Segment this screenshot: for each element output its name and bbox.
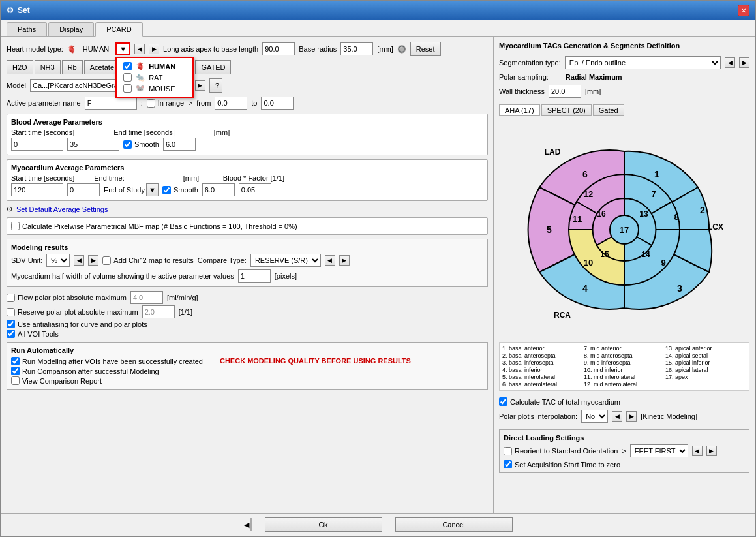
calc-tac-checkbox[interactable]	[499, 397, 507, 406]
myo-smooth-checkbox[interactable]	[162, 186, 171, 194]
heart-model-option-human[interactable]: 🫀 HUMAN	[119, 61, 190, 72]
compare-select[interactable]: RESERVE (S/R)	[250, 254, 321, 267]
reserve-polar-label[interactable]: Reserve polar plot absolute maximum	[7, 308, 138, 316]
tracer-gated[interactable]: GATED	[195, 60, 231, 74]
flow-polar-checkbox[interactable]	[7, 294, 15, 302]
calc-tac-row: Calculate TAC of total myocardium	[499, 397, 749, 406]
sdv-prev-btn[interactable]: ◀	[74, 255, 84, 266]
colon-sep: :	[141, 99, 143, 107]
to-value-input[interactable]	[261, 97, 294, 110]
blood-start-input[interactable]	[11, 138, 63, 151]
feet-first-select[interactable]: FEET FIRST	[630, 444, 688, 457]
long-axis-input[interactable]	[262, 42, 295, 55]
aha-tab[interactable]: AHA (17)	[499, 104, 540, 116]
heart-model-row: Heart model type: 🫀 HUMAN ▼ 🫀 HUMAN 🐀 RA…	[7, 42, 488, 56]
tracer-nh3[interactable]: NH3	[35, 60, 61, 74]
in-range-checkbox[interactable]	[147, 99, 155, 108]
calc-tac-text: Calculate TAC of total myocardium	[510, 398, 620, 406]
run-modeling-checkbox[interactable]	[11, 357, 20, 365]
ok-button[interactable]: Ok	[265, 517, 382, 532]
heart-model-option-mouse[interactable]: 🐭 MOUSE	[119, 83, 190, 94]
blood-smooth-checkbox[interactable]	[123, 140, 132, 149]
active-param-input[interactable]	[85, 97, 137, 110]
from-value-input[interactable]	[215, 97, 247, 110]
myo-alt-input[interactable]	[67, 183, 100, 196]
polar-interp-select[interactable]: No	[581, 410, 608, 423]
heart-model-dropdown-btn[interactable]: ▼	[115, 42, 130, 55]
seg-prev-btn[interactable]: ◀	[725, 57, 735, 68]
tab-pcard[interactable]: PCARD	[95, 22, 143, 37]
calc-pixelwise-section: Calculate Pixelwise Parametrical MBF map…	[7, 217, 488, 235]
segmentation-select[interactable]: Epi / Endo outline	[565, 56, 721, 69]
calc-tac-label[interactable]: Calculate TAC of total myocardium	[499, 397, 620, 406]
set-acquisition-text: Set Acquisition Start Time to zero	[515, 461, 620, 468]
set-acquisition-checkbox[interactable]	[504, 460, 512, 468]
reorient-checkbox[interactable]	[504, 447, 512, 455]
reserve-polar-checkbox[interactable]	[7, 308, 15, 316]
model-help-btn[interactable]: ?	[209, 78, 222, 93]
run-modeling-label[interactable]: Run Modeling after VOIs have been succes…	[11, 357, 203, 365]
blood-end-input[interactable]	[67, 138, 119, 151]
view-report-label[interactable]: View Comparison Report	[11, 376, 203, 385]
feet-prev-btn[interactable]: ◀	[692, 446, 703, 456]
view-report-checkbox[interactable]	[11, 376, 20, 385]
all-voi-checkbox[interactable]	[7, 330, 15, 338]
set-acquisition-label[interactable]: Set Acquisition Start Time to zero	[504, 460, 745, 468]
tracer-rb[interactable]: Rb	[62, 60, 83, 74]
seg8-label: 8	[674, 212, 678, 222]
add-chi2-label[interactable]: Add Chi^2 map to results	[102, 256, 194, 265]
flow-polar-input[interactable]	[130, 291, 163, 304]
reserve-polar-unit: [1/1]	[179, 308, 192, 316]
flow-polar-label[interactable]: Flow polar plot absolute maximum	[7, 294, 127, 302]
next-model-btn[interactable]: ▶	[149, 44, 159, 54]
half-width-label: Myocardium half width of volume showing …	[11, 272, 234, 280]
spect-tab[interactable]: SPECT (20)	[541, 104, 592, 116]
reserve-polar-input[interactable]	[142, 305, 175, 318]
set-default-link[interactable]: Set Default Average Settings	[16, 206, 108, 213]
tab-paths[interactable]: Paths	[7, 22, 47, 36]
end-study-dropdown[interactable]: End of Study ▼	[104, 183, 159, 196]
myo-smooth-label[interactable]: Smooth	[162, 186, 198, 194]
tracer-acetate[interactable]: Acetate	[84, 60, 120, 74]
compare-next-btn[interactable]: ▶	[339, 255, 350, 266]
reorient-label[interactable]: Reorient to Standard Orientation	[504, 447, 618, 455]
tracer-h2o[interactable]: H2O	[7, 60, 33, 74]
sdv-select[interactable]: %	[46, 254, 70, 267]
run-comparison-checkbox[interactable]	[11, 367, 20, 375]
heart-model-dropdown[interactable]: ▼ 🫀 HUMAN 🐀 RAT 🐭 MOUSE	[115, 42, 130, 55]
feet-next-btn[interactable]: ▶	[706, 446, 717, 456]
cancel-button[interactable]: Cancel	[395, 517, 513, 532]
antialiasing-checkbox[interactable]	[7, 320, 15, 328]
seg-next-btn[interactable]: ▶	[739, 57, 749, 68]
compare-prev-btn[interactable]: ◀	[325, 255, 335, 266]
seg10-label: 10	[584, 258, 593, 268]
heart-model-option-rat[interactable]: 🐀 RAT	[119, 72, 190, 83]
model-next-btn[interactable]: ▶	[195, 80, 205, 91]
in-range-checkbox-label[interactable]: In range ->	[147, 99, 193, 108]
myo-smooth-input[interactable]	[202, 183, 235, 196]
half-width-input[interactable]	[238, 269, 271, 283]
blood-smooth-input[interactable]	[163, 138, 196, 151]
run-comparison-label[interactable]: Run Comparison after successful Modeling	[11, 367, 203, 375]
run-modeling-text: Run Modeling after VOIs have been succes…	[22, 358, 203, 365]
base-radius-input[interactable]	[340, 42, 373, 55]
wall-thickness-input[interactable]	[549, 85, 581, 98]
sdv-next-btn[interactable]: ▶	[88, 255, 98, 266]
blood-smooth-label[interactable]: Smooth	[123, 140, 159, 149]
all-voi-label[interactable]: All VOI Tools	[7, 330, 488, 338]
polar-interp-prev[interactable]: ◀	[612, 411, 622, 422]
add-chi2-checkbox[interactable]	[102, 256, 111, 265]
end-study-btn[interactable]: ▼	[146, 183, 159, 196]
modeling-results-section: Modeling results SDV Unit: % ◀ ▶ Add Chi…	[7, 239, 488, 287]
calc-pixelwise-label[interactable]: Calculate Pixelwise Parametrical MBF map…	[11, 222, 483, 230]
myo-blood-factor-input[interactable]	[239, 183, 271, 196]
reset-btn[interactable]: Reset	[410, 42, 441, 56]
prev-model-btn[interactable]: ◀	[134, 44, 145, 54]
polar-interp-next[interactable]: ▶	[626, 411, 637, 422]
tab-display[interactable]: Display	[48, 22, 94, 36]
gated-tab[interactable]: Gated	[593, 104, 624, 116]
close-button[interactable]: ✕	[738, 5, 749, 16]
antialiasing-label[interactable]: Use antialiasing for curve and polar plo…	[7, 320, 488, 328]
calc-pixelwise-checkbox[interactable]	[11, 222, 20, 230]
myo-start-input[interactable]	[11, 183, 63, 196]
